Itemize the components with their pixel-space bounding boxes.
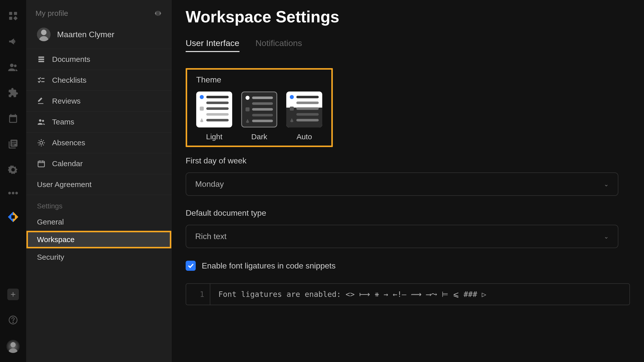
extension-icon[interactable] xyxy=(8,87,18,98)
svg-point-20 xyxy=(39,119,42,122)
profile-name: Maarten Clymer xyxy=(57,30,114,39)
first-day-label: First day of week xyxy=(186,156,630,165)
sidebar-item-security[interactable]: Security xyxy=(26,248,171,266)
sidebar-item-label: Calendar xyxy=(52,159,83,168)
svg-point-13 xyxy=(13,322,13,323)
svg-point-8 xyxy=(15,192,18,195)
ligatures-checkbox[interactable] xyxy=(186,261,196,271)
sidebar-item-label: Absences xyxy=(52,139,85,147)
theme-option-label: Dark xyxy=(251,132,267,141)
calendar-alt-icon[interactable] xyxy=(8,113,18,124)
user-avatar-icon[interactable] xyxy=(7,340,20,353)
theme-section: Theme Light xyxy=(186,68,333,147)
svg-point-21 xyxy=(42,120,44,122)
calendar-icon xyxy=(37,159,46,168)
documents-icon xyxy=(37,55,46,64)
theme-option-dark[interactable]: Dark xyxy=(241,92,277,141)
code-line-number: 1 xyxy=(186,284,210,305)
svg-point-4 xyxy=(10,64,14,67)
svg-rect-23 xyxy=(38,161,45,167)
sidebar-item-label: Checklists xyxy=(52,76,87,84)
svg-point-5 xyxy=(14,65,17,67)
dashboard-icon[interactable] xyxy=(8,11,18,21)
sidebar: My profile Maarten Clymer Documents Chec… xyxy=(26,0,172,362)
doc-type-value: Rich text xyxy=(195,232,226,241)
theme-option-light[interactable]: Light xyxy=(196,92,232,141)
app-rail xyxy=(0,0,26,362)
svg-rect-1 xyxy=(14,12,17,15)
library-icon[interactable] xyxy=(8,139,18,149)
more-icon[interactable] xyxy=(8,190,18,196)
svg-rect-3 xyxy=(13,16,18,20)
app-logo-icon[interactable] xyxy=(7,211,19,223)
teams-icon xyxy=(37,118,46,126)
main-panel: Workspace Settings User Interface Notifi… xyxy=(172,0,644,362)
svg-rect-0 xyxy=(9,12,12,15)
sidebar-item-teams[interactable]: Teams xyxy=(26,112,171,132)
ligatures-label: Enable font ligatures in code snippets xyxy=(202,261,336,270)
reviews-icon xyxy=(37,97,46,105)
sidebar-item-label: Documents xyxy=(52,55,90,64)
help-icon[interactable] xyxy=(8,315,18,325)
tab-user-interface[interactable]: User Interface xyxy=(186,38,239,52)
code-preview: 1 Font ligatures are enabled: <> ⟼ ⧺ → ←… xyxy=(186,283,630,305)
megaphone-icon[interactable] xyxy=(8,36,18,47)
svg-rect-11 xyxy=(11,215,15,219)
theme-preview-auto-icon xyxy=(286,92,322,127)
svg-point-6 xyxy=(8,192,11,195)
checklists-icon xyxy=(37,76,46,84)
sidebar-item-label: Reviews xyxy=(52,97,80,105)
sidebar-item-general[interactable]: General xyxy=(26,213,171,231)
theme-label: Theme xyxy=(196,75,322,84)
svg-point-7 xyxy=(12,192,15,195)
sidebar-item-absences[interactable]: Absences xyxy=(26,132,171,153)
add-button[interactable] xyxy=(7,289,19,300)
svg-point-18 xyxy=(41,30,47,35)
code-content: Font ligatures are enabled: <> ⟼ ⧺ → ←!—… xyxy=(210,284,494,305)
theme-preview-dark-icon xyxy=(241,92,277,127)
sidebar-section-settings: Settings xyxy=(26,195,171,213)
collapse-sidebar-icon[interactable] xyxy=(154,9,162,18)
sidebar-item-checklists[interactable]: Checklists xyxy=(26,70,171,91)
sidebar-title: My profile xyxy=(35,9,68,18)
first-day-value: Monday xyxy=(195,179,224,189)
absences-icon xyxy=(37,139,46,147)
sidebar-item-workspace[interactable]: Workspace xyxy=(26,231,171,248)
tabs: User Interface Notifications xyxy=(186,38,630,52)
svg-point-22 xyxy=(40,141,43,144)
profile-row[interactable]: Maarten Clymer xyxy=(26,24,171,49)
sidebar-item-label: Teams xyxy=(52,118,74,126)
sidebar-item-reviews[interactable]: Reviews xyxy=(26,91,171,112)
doc-type-select[interactable]: Rich text ⌄ xyxy=(186,225,618,248)
chevron-down-icon: ⌄ xyxy=(604,181,609,188)
page-title: Workspace Settings xyxy=(186,8,630,26)
doc-type-label: Default document type xyxy=(186,208,630,218)
tab-notifications[interactable]: Notifications xyxy=(256,38,302,52)
theme-option-label: Auto xyxy=(297,132,312,141)
settings-gear-icon[interactable] xyxy=(8,164,18,175)
ligatures-checkbox-row[interactable]: Enable font ligatures in code snippets xyxy=(186,261,630,271)
svg-rect-2 xyxy=(9,17,12,20)
chevron-down-icon: ⌄ xyxy=(604,233,609,240)
sidebar-item-calendar[interactable]: Calendar xyxy=(26,153,171,174)
theme-option-label: Light xyxy=(206,132,222,141)
profile-avatar-icon xyxy=(37,28,51,41)
theme-option-auto[interactable]: Auto xyxy=(286,92,322,141)
svg-point-15 xyxy=(11,342,16,347)
theme-preview-light-icon xyxy=(196,92,232,127)
first-day-select[interactable]: Monday ⌄ xyxy=(186,172,618,196)
sidebar-item-documents[interactable]: Documents xyxy=(26,49,171,70)
people-icon[interactable] xyxy=(8,62,18,72)
sidebar-item-user-agreement[interactable]: User Agreement xyxy=(26,174,171,195)
